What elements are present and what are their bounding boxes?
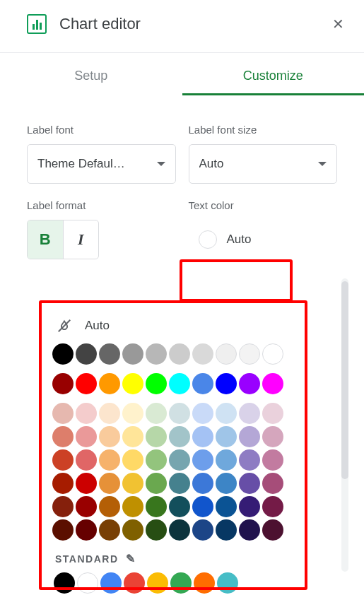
- color-swatch[interactable]: [194, 572, 215, 594]
- color-swatch[interactable]: [146, 343, 167, 365]
- color-swatch[interactable]: [146, 449, 167, 471]
- color-swatch[interactable]: [239, 373, 260, 394]
- color-swatch[interactable]: [146, 373, 167, 394]
- color-swatch[interactable]: [239, 473, 260, 494]
- color-swatch[interactable]: [192, 496, 213, 517]
- color-swatch[interactable]: [76, 426, 97, 447]
- tab-setup[interactable]: Setup: [0, 69, 182, 95]
- color-swatch[interactable]: [99, 403, 120, 424]
- color-swatch[interactable]: [76, 403, 97, 424]
- color-swatch[interactable]: [217, 572, 238, 594]
- bold-button[interactable]: B: [28, 220, 64, 259]
- color-swatch[interactable]: [216, 473, 237, 494]
- highlight-text-color: [180, 259, 293, 302]
- color-swatch[interactable]: [122, 496, 143, 517]
- color-swatch[interactable]: [76, 449, 97, 471]
- color-swatch[interactable]: [239, 426, 260, 447]
- color-swatch[interactable]: [146, 496, 167, 517]
- color-swatch[interactable]: [122, 519, 143, 541]
- color-swatch[interactable]: [122, 426, 143, 447]
- color-swatch[interactable]: [122, 403, 143, 424]
- color-swatch[interactable]: [76, 496, 97, 517]
- color-swatch[interactable]: [99, 449, 120, 471]
- color-swatch[interactable]: [169, 473, 190, 494]
- color-swatch[interactable]: [146, 403, 167, 424]
- color-swatch[interactable]: [52, 519, 74, 541]
- color-swatch[interactable]: [124, 572, 145, 594]
- color-swatch[interactable]: [169, 343, 190, 365]
- color-swatch[interactable]: [216, 449, 237, 471]
- color-swatch[interactable]: [52, 343, 74, 365]
- color-swatch[interactable]: [169, 403, 190, 424]
- color-swatch[interactable]: [146, 473, 167, 494]
- text-color-select[interactable]: Auto: [189, 220, 338, 259]
- color-swatch[interactable]: [52, 496, 74, 517]
- color-swatch[interactable]: [147, 572, 168, 594]
- color-swatch[interactable]: [122, 343, 143, 365]
- edit-icon[interactable]: ✎: [126, 552, 136, 565]
- color-swatch[interactable]: [262, 519, 283, 541]
- color-swatch[interactable]: [100, 572, 122, 594]
- color-swatch[interactable]: [262, 496, 283, 517]
- color-swatch[interactable]: [169, 449, 190, 471]
- scrollbar[interactable]: [341, 278, 348, 572]
- label-font-select[interactable]: Theme Defaul…: [27, 144, 176, 184]
- color-swatch[interactable]: [99, 496, 120, 517]
- color-swatch[interactable]: [76, 473, 97, 494]
- color-swatch[interactable]: [262, 343, 283, 365]
- color-swatch[interactable]: [262, 403, 283, 424]
- color-swatch[interactable]: [216, 496, 237, 517]
- color-swatch[interactable]: [192, 426, 213, 447]
- color-swatch[interactable]: [52, 473, 74, 494]
- color-swatch[interactable]: [52, 449, 74, 471]
- color-swatch[interactable]: [146, 519, 167, 541]
- color-swatch[interactable]: [76, 373, 97, 394]
- color-swatch[interactable]: [239, 403, 260, 424]
- color-swatch[interactable]: [239, 449, 260, 471]
- color-swatch[interactable]: [99, 426, 120, 447]
- tab-customize[interactable]: Customize: [182, 69, 365, 95]
- color-swatch[interactable]: [216, 343, 237, 365]
- color-swatch[interactable]: [192, 403, 213, 424]
- color-swatch[interactable]: [76, 343, 97, 365]
- color-swatch[interactable]: [52, 403, 74, 424]
- color-swatch[interactable]: [239, 496, 260, 517]
- color-swatch[interactable]: [192, 519, 213, 541]
- color-swatch[interactable]: [52, 426, 74, 447]
- color-swatch[interactable]: [192, 373, 213, 394]
- color-swatch[interactable]: [216, 403, 237, 424]
- color-swatch[interactable]: [169, 426, 190, 447]
- color-swatch[interactable]: [54, 572, 75, 594]
- color-swatch[interactable]: [216, 373, 237, 394]
- color-swatch[interactable]: [77, 572, 98, 594]
- color-swatch[interactable]: [99, 373, 120, 394]
- color-swatch[interactable]: [122, 373, 143, 394]
- italic-button[interactable]: I: [64, 220, 99, 259]
- color-swatch[interactable]: [262, 449, 283, 471]
- color-swatch[interactable]: [169, 373, 190, 394]
- color-swatch[interactable]: [169, 496, 190, 517]
- color-swatch[interactable]: [192, 343, 213, 365]
- color-swatch[interactable]: [262, 373, 283, 394]
- color-swatch[interactable]: [170, 572, 192, 594]
- close-icon[interactable]: ✕: [329, 13, 347, 35]
- color-swatch[interactable]: [239, 343, 260, 365]
- color-auto-option[interactable]: Auto: [52, 312, 297, 343]
- color-swatch[interactable]: [262, 426, 283, 447]
- color-swatch[interactable]: [169, 519, 190, 541]
- color-swatch[interactable]: [52, 373, 74, 394]
- color-swatch[interactable]: [192, 449, 213, 471]
- color-swatch[interactable]: [146, 426, 167, 447]
- label-font-size-select[interactable]: Auto: [189, 144, 338, 184]
- color-swatch[interactable]: [262, 473, 283, 494]
- color-swatch[interactable]: [216, 426, 237, 447]
- color-swatch[interactable]: [192, 473, 213, 494]
- color-swatch[interactable]: [99, 473, 120, 494]
- color-swatch[interactable]: [216, 519, 237, 541]
- color-swatch[interactable]: [76, 519, 97, 541]
- color-swatch[interactable]: [99, 519, 120, 541]
- color-swatch[interactable]: [239, 519, 260, 541]
- color-swatch[interactable]: [99, 343, 120, 365]
- color-swatch[interactable]: [122, 449, 143, 471]
- color-swatch[interactable]: [122, 473, 143, 494]
